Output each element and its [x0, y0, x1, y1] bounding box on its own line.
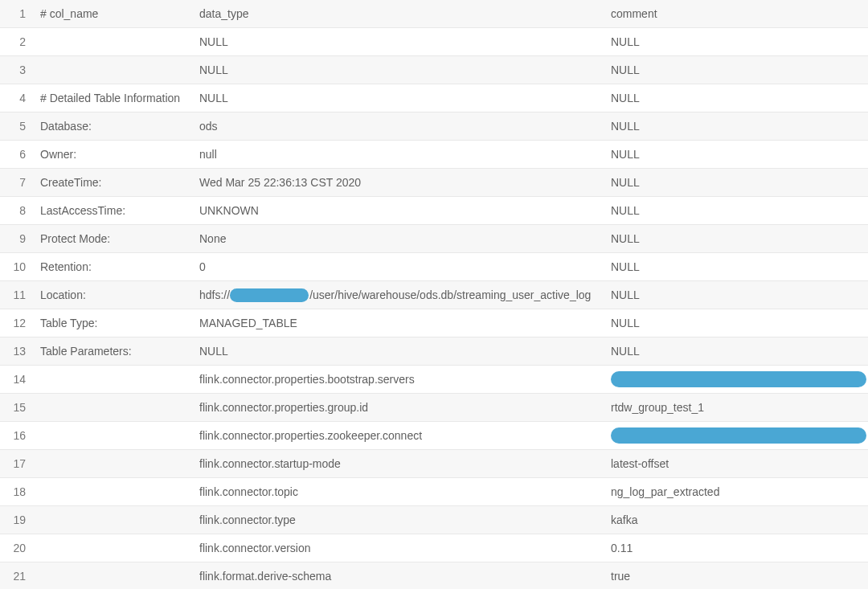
data-type-cell: NULL: [196, 35, 608, 48]
row-index: 1: [3, 7, 37, 20]
table-row[interactable]: 15flink.connector.properties.group.idrtd…: [0, 394, 868, 422]
row-index: 5: [3, 120, 37, 133]
row-index: 20: [3, 542, 37, 554]
comment-cell: comment: [608, 7, 868, 20]
table-row[interactable]: 16flink.connector.properties.zookeeper.c…: [0, 422, 868, 450]
table-row[interactable]: 12Table Type:MANAGED_TABLENULL: [0, 309, 868, 337]
redacted-value: [611, 371, 866, 387]
location-prefix: hdfs://: [199, 288, 230, 301]
comment-cell: NULL: [608, 63, 868, 76]
comment-cell: rtdw_group_test_1: [608, 401, 868, 414]
data-type-cell: NULL: [196, 63, 608, 76]
row-index: 2: [3, 35, 37, 48]
comment-cell: ng_log_par_extracted: [608, 485, 868, 498]
comment-cell: NULL: [608, 288, 868, 301]
row-index: 13: [3, 345, 37, 358]
row-index: 19: [3, 513, 37, 526]
row-index: 15: [3, 401, 37, 414]
table-row[interactable]: 3NULLNULL: [0, 56, 868, 84]
table-row[interactable]: 10Retention:0NULL: [0, 253, 868, 281]
comment-cell: true: [608, 570, 868, 583]
col-name-cell: Table Parameters:: [37, 345, 196, 358]
row-index: 6: [3, 148, 37, 161]
data-type-cell: MANAGED_TABLE: [196, 317, 608, 329]
col-name-cell: Retention:: [37, 260, 196, 273]
row-index: 11: [3, 288, 37, 301]
data-type-cell: UNKNOWN: [196, 204, 608, 217]
row-index: 17: [3, 457, 37, 470]
col-name-cell: Protect Mode:: [37, 232, 196, 245]
comment-cell: NULL: [608, 317, 868, 329]
comment-cell: NULL: [608, 120, 868, 133]
data-type-cell: data_type: [196, 7, 608, 20]
comment-cell: NULL: [608, 345, 868, 358]
data-type-cell: None: [196, 232, 608, 245]
comment-cell: NULL: [608, 260, 868, 273]
comment-cell: NULL: [608, 148, 868, 161]
table-row[interactable]: 20flink.connector.version0.11: [0, 534, 868, 562]
comment-cell: NULL: [608, 35, 868, 48]
data-type-cell: flink.connector.properties.bootstrap.ser…: [196, 373, 608, 386]
comment-cell: NULL: [608, 232, 868, 245]
row-index: 9: [3, 232, 37, 245]
data-type-cell: flink.connector.properties.group.id: [196, 401, 608, 414]
data-type-cell: 0: [196, 260, 608, 273]
col-name-cell: # col_name: [37, 7, 196, 20]
data-type-cell: flink.connector.topic: [196, 485, 608, 498]
table-row[interactable]: 8LastAccessTime:UNKNOWNNULL: [0, 197, 868, 225]
col-name-cell: Location:: [37, 288, 196, 301]
data-type-cell: Wed Mar 25 22:36:13 CST 2020: [196, 176, 608, 189]
table-row[interactable]: 11Location:hdfs:///user/hive/warehouse/o…: [0, 281, 868, 309]
table-row[interactable]: 4# Detailed Table InformationNULLNULL: [0, 84, 868, 112]
row-index: 18: [3, 485, 37, 498]
location-suffix: /user/hive/warehouse/ods.db/streaming_us…: [309, 288, 591, 301]
data-type-cell: ods: [196, 120, 608, 133]
col-name-cell: LastAccessTime:: [37, 204, 196, 217]
table-row[interactable]: 1# col_namedata_typecomment: [0, 0, 868, 28]
table-row[interactable]: 21flink.format.derive-schematrue: [0, 562, 868, 589]
col-name-cell: Table Type:: [37, 317, 196, 329]
table-row[interactable]: 5Database:odsNULL: [0, 112, 868, 141]
row-index: 14: [3, 373, 37, 386]
comment-cell: 0.11: [608, 542, 868, 554]
row-index: 8: [3, 204, 37, 217]
table-row[interactable]: 17flink.connector.startup-modelatest-off…: [0, 450, 868, 478]
col-name-cell: CreateTime:: [37, 176, 196, 189]
row-index: 21: [3, 570, 37, 583]
col-name-cell: # Detailed Table Information: [37, 92, 196, 104]
table-row[interactable]: 6Owner:nullNULL: [0, 141, 868, 169]
table-row[interactable]: 9Protect Mode:NoneNULL: [0, 225, 868, 253]
comment-cell: NULL: [608, 204, 868, 217]
data-type-cell: NULL: [196, 92, 608, 104]
row-index: 10: [3, 260, 37, 273]
data-type-cell: flink.connector.version: [196, 542, 608, 554]
comment-cell: [608, 427, 868, 444]
col-name-cell: Database:: [37, 120, 196, 133]
comment-cell: NULL: [608, 176, 868, 189]
table-row[interactable]: 14flink.connector.properties.bootstrap.s…: [0, 366, 868, 394]
redacted-value: [611, 427, 866, 444]
table-row[interactable]: 7CreateTime:Wed Mar 25 22:36:13 CST 2020…: [0, 169, 868, 197]
row-index: 7: [3, 176, 37, 189]
comment-cell: latest-offset: [608, 457, 868, 470]
data-type-cell: flink.format.derive-schema: [196, 570, 608, 583]
data-type-cell: flink.connector.type: [196, 513, 608, 526]
table-row[interactable]: 18flink.connector.topicng_log_par_extrac…: [0, 478, 868, 506]
data-type-cell: flink.connector.startup-mode: [196, 457, 608, 470]
comment-cell: kafka: [608, 513, 868, 526]
table-metadata: 1# col_namedata_typecomment2NULLNULL3NUL…: [0, 0, 868, 589]
comment-cell: NULL: [608, 92, 868, 104]
comment-cell: [608, 371, 868, 387]
data-type-cell: NULL: [196, 345, 608, 358]
row-index: 12: [3, 317, 37, 329]
table-row[interactable]: 19flink.connector.typekafka: [0, 506, 868, 534]
row-index: 3: [3, 63, 37, 76]
data-type-cell: flink.connector.properties.zookeeper.con…: [196, 429, 608, 442]
row-index: 4: [3, 92, 37, 104]
col-name-cell: Owner:: [37, 148, 196, 161]
table-row[interactable]: 13Table Parameters:NULLNULL: [0, 337, 868, 366]
row-index: 16: [3, 429, 37, 442]
table-row[interactable]: 2NULLNULL: [0, 28, 868, 56]
redacted-host: [230, 288, 309, 302]
data-type-cell: hdfs:///user/hive/warehouse/ods.db/strea…: [196, 288, 608, 302]
